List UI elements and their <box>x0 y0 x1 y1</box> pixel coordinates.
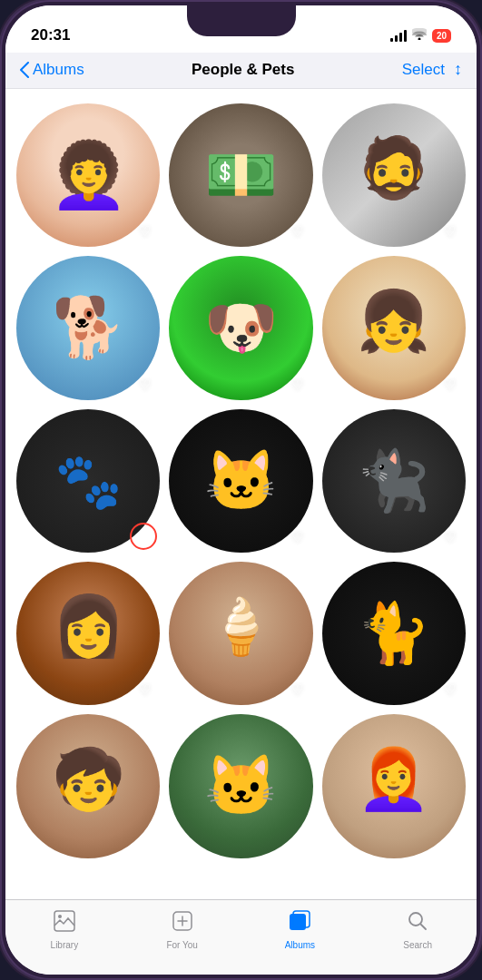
list-item[interactable]: ♡ <box>16 562 160 705</box>
list-item[interactable]: ♡ <box>322 103 466 247</box>
heart-icon[interactable]: ♡ <box>288 527 308 547</box>
list-item[interactable] <box>169 714 312 858</box>
content-area[interactable]: ♡ ♡ ♡ ♡ ♡ <box>5 89 477 885</box>
battery-icon: 20 <box>432 29 451 43</box>
sort-button[interactable]: ↕ <box>454 60 462 79</box>
heart-icon[interactable]: ♡ <box>288 375 308 395</box>
list-item[interactable]: ♡ <box>322 562 466 705</box>
tab-library-label: Library <box>51 940 79 950</box>
list-item[interactable]: ♡ <box>16 256 160 399</box>
list-item[interactable] <box>16 714 160 858</box>
heart-highlighted-icon[interactable]: ♡ <box>130 523 157 550</box>
photo-circle <box>16 714 160 858</box>
list-item[interactable]: ♡ <box>169 409 312 553</box>
heart-icon[interactable]: ♡ <box>134 680 154 700</box>
tab-albums[interactable]: Albums <box>241 909 359 950</box>
tab-bar: Library For You Albums <box>5 899 477 975</box>
heart-icon[interactable]: ♡ <box>440 527 460 547</box>
heart-icon[interactable]: ♡ <box>134 221 154 241</box>
list-item[interactable]: ♡ <box>169 103 312 247</box>
tab-search-label: Search <box>403 940 432 950</box>
list-item[interactable]: ♡ <box>16 103 160 247</box>
photo-grid: ♡ ♡ ♡ ♡ ♡ <box>16 103 466 858</box>
list-item[interactable]: ♡ <box>322 256 466 399</box>
heart-icon[interactable]: ♡ <box>440 680 460 700</box>
tab-albums-label: Albums <box>285 940 315 950</box>
signal-icon <box>390 29 407 42</box>
phone-frame: 20:31 20 <box>0 0 482 980</box>
tab-for-you[interactable]: For You <box>123 909 241 950</box>
navigation-bar: Albums People & Pets Select ↕ <box>5 53 477 89</box>
tab-for-you-label: For You <box>166 940 197 950</box>
photo-circle <box>169 714 312 858</box>
notch <box>187 5 296 36</box>
heart-icon[interactable]: ♡ <box>134 375 154 395</box>
tab-library[interactable]: Library <box>5 909 123 950</box>
search-icon <box>406 909 429 936</box>
list-item[interactable]: ♡ <box>169 256 312 399</box>
battery-level: 20 <box>432 29 451 43</box>
back-label: Albums <box>33 61 84 79</box>
tab-search[interactable]: Search <box>359 909 477 950</box>
library-icon <box>53 909 76 936</box>
heart-icon[interactable]: ♡ <box>288 221 308 241</box>
phone-screen: 20:31 20 <box>5 5 477 975</box>
status-icons: 20 <box>390 28 451 43</box>
photo-circle <box>322 714 466 858</box>
for-you-icon <box>171 909 194 936</box>
list-item[interactable]: ♡ <box>16 409 160 553</box>
list-item[interactable]: ♡ <box>322 409 466 553</box>
heart-icon[interactable]: ♡ <box>440 221 460 241</box>
select-button[interactable]: Select <box>402 61 445 79</box>
heart-icon[interactable]: ♡ <box>440 375 460 395</box>
list-item[interactable]: ♡ <box>169 562 312 705</box>
albums-icon <box>288 909 311 936</box>
heart-icon[interactable]: ♡ <box>288 680 308 700</box>
back-button[interactable]: Albums <box>20 61 84 79</box>
page-title: People & Pets <box>192 61 294 79</box>
list-item[interactable] <box>322 714 466 858</box>
svg-point-1 <box>58 915 62 918</box>
nav-actions: Select ↕ <box>402 60 462 79</box>
wifi-icon <box>412 28 427 43</box>
svg-rect-0 <box>54 911 74 931</box>
status-time: 20:31 <box>31 26 70 44</box>
